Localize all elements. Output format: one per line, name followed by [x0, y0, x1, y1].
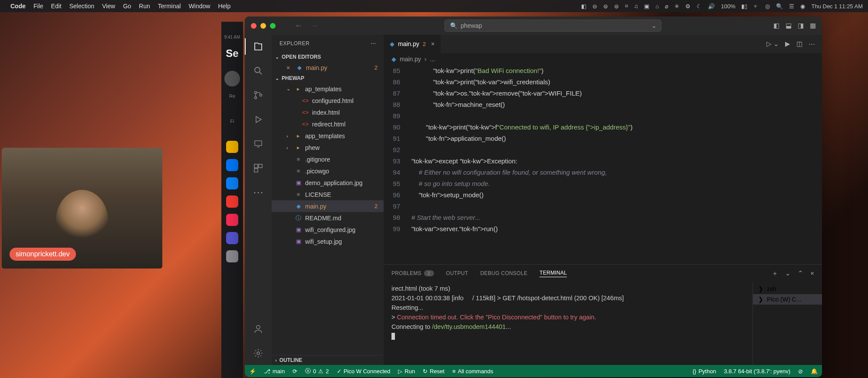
menu-window[interactable]: Window [189, 3, 210, 10]
clock[interactable]: Thu Dec 1 11:25 AM [811, 3, 863, 10]
git-branch[interactable]: ⎇main [264, 368, 285, 375]
app-icon[interactable] [226, 196, 238, 208]
app-icon[interactable] [226, 159, 238, 171]
menu-run[interactable]: Run [139, 3, 150, 10]
more-actions-icon[interactable]: ⋯ [809, 40, 815, 48]
sync-button[interactable]: ⟳ [293, 368, 297, 375]
tray-icon[interactable]: ✳ [674, 3, 679, 10]
tray-icon[interactable]: ⚙ [685, 3, 690, 10]
tray-icon[interactable]: ◧ [581, 3, 586, 10]
remote-indicator[interactable]: ⚡ [249, 368, 256, 375]
tray-icon[interactable]: ◎ [765, 3, 770, 10]
editor-tab[interactable]: ◆ main.py 2 × [384, 35, 441, 53]
file-item[interactable]: ▣wifi_setup.jpg [272, 235, 384, 247]
app-icon[interactable] [226, 177, 238, 189]
menu-selection[interactable]: Selection [69, 3, 95, 10]
tray-icon[interactable]: ⊖ [592, 3, 597, 10]
app-icon[interactable] [226, 232, 238, 244]
file-item[interactable]: ≡LICENSE [272, 189, 384, 200]
toggle-panel-left-icon[interactable]: ◧ [773, 22, 779, 30]
ellipsis-icon[interactable]: ⋯ [252, 186, 265, 199]
app-icon[interactable] [226, 141, 238, 153]
file-item[interactable]: ▣demo_application.jpg [272, 177, 384, 189]
maximize-window-button[interactable] [270, 23, 276, 29]
output-tab[interactable]: OUTPUT [446, 270, 468, 276]
more-actions-icon[interactable]: ⋯ [371, 40, 376, 46]
run-dropdown-icon[interactable]: ▷ ⌄ [766, 40, 779, 48]
menu-help[interactable]: Help [218, 3, 230, 10]
problems-status[interactable]: ⓧ0 ⚠2 [305, 367, 329, 375]
forward-icon[interactable]: → [310, 21, 318, 30]
maximize-panel-icon[interactable]: ⌃ [798, 269, 803, 278]
remote-explorer-icon[interactable] [252, 137, 265, 150]
folder-item[interactable]: ›▸app_templates [272, 130, 384, 142]
close-icon[interactable]: × [286, 64, 293, 71]
menu-edit[interactable]: Edit [51, 3, 62, 10]
app-icon[interactable] [226, 214, 238, 226]
run-button[interactable]: ▷Run [398, 368, 415, 375]
file-item[interactable]: ◆main.py2 [272, 200, 384, 212]
file-item[interactable]: ▣wifi_configured.jpg [272, 224, 384, 235]
app-icon[interactable] [226, 250, 238, 262]
settings-gear-icon[interactable] [252, 347, 265, 360]
close-panel-icon[interactable]: × [810, 269, 814, 278]
command-center[interactable]: 🔍 phewap ⌄ [444, 20, 661, 32]
run-debug-icon[interactable] [252, 113, 265, 126]
open-editors-section[interactable]: ⌄ OPEN EDITORS [272, 52, 384, 62]
battery-icon[interactable]: ▮▯ [741, 3, 747, 10]
file-item[interactable]: ≡.picowgo [272, 165, 384, 177]
toggle-panel-right-icon[interactable]: ◨ [798, 22, 804, 30]
menu-app[interactable]: Code [10, 3, 26, 10]
control-center-icon[interactable]: ☰ [789, 3, 794, 10]
close-tab-icon[interactable]: × [431, 40, 434, 47]
breadcrumb[interactable]: ◆ main.py › ... [384, 53, 822, 65]
tray-icon[interactable]: ⌂ [655, 3, 659, 10]
problems-tab[interactable]: PROBLEMS 2 [391, 270, 434, 276]
terminal-list-item[interactable]: ❯ zsh [753, 284, 822, 294]
toggle-panel-bottom-icon[interactable]: ⬓ [786, 22, 792, 30]
tray-icon[interactable]: ⊜ [603, 3, 608, 10]
all-commands-button[interactable]: ≡All commands [452, 368, 493, 375]
source-control-icon[interactable] [252, 89, 265, 102]
extensions-icon[interactable] [252, 162, 265, 175]
battery-percent[interactable]: 100% [721, 3, 735, 10]
menu-view[interactable]: View [102, 3, 115, 10]
terminal-list-item[interactable]: ❯ Pico (W) C... [753, 294, 822, 305]
back-icon[interactable]: ← [295, 21, 302, 30]
terminal-dropdown-icon[interactable]: ⌄ [785, 269, 791, 278]
account-icon[interactable] [252, 322, 265, 335]
folder-item[interactable]: ›▸phew [272, 142, 384, 153]
siri-icon[interactable]: ◉ [800, 3, 805, 10]
split-editor-icon[interactable]: ◫ [796, 40, 802, 48]
file-item[interactable]: <>configured.html [272, 95, 384, 106]
feedback-icon[interactable]: ⊘ [798, 368, 803, 375]
project-section[interactable]: ⌄ PHEWAP [272, 73, 384, 83]
file-item[interactable]: <>index.html [272, 106, 384, 118]
tray-icon[interactable]: ⌀ [665, 3, 668, 10]
menu-go[interactable]: Go [123, 3, 131, 10]
debug-console-tab[interactable]: DEBUG CONSOLE [480, 270, 528, 276]
search-icon[interactable]: 🔍 [776, 3, 783, 10]
folder-item[interactable]: ⌄▸ap_templates [272, 83, 384, 95]
notifications-icon[interactable]: 🔔 [811, 368, 818, 375]
file-item[interactable]: ≡.gitignore [272, 153, 384, 165]
wifi-icon[interactable]: ᯤ [753, 3, 759, 10]
search-icon[interactable] [252, 64, 265, 77]
terminal-output[interactable]: irect.html (took 7 ms) 2021-01-01 00:03:… [384, 282, 753, 365]
terminal-tab[interactable]: TERMINAL [539, 270, 567, 277]
language-mode[interactable]: {}Python [693, 368, 716, 375]
close-window-button[interactable] [251, 23, 256, 29]
tray-icon[interactable]: ⊜ [614, 3, 619, 10]
moon-icon[interactable]: ☾ [697, 3, 702, 10]
file-item[interactable]: <>redirect.html [272, 118, 384, 130]
pico-status[interactable]: ✓Pico W Connected [337, 368, 391, 375]
open-editor-item[interactable]: × ◆ main.py 2 [272, 62, 384, 73]
customize-layout-icon[interactable]: ▦ [810, 22, 816, 30]
tray-icon[interactable]: ⌗ [625, 3, 628, 10]
code-editor[interactable]: 858687888990919293949596979899 "tok-kw">… [384, 65, 822, 264]
minimize-window-button[interactable] [260, 23, 266, 29]
file-item[interactable]: ⓘREADME.md [272, 212, 384, 224]
menu-terminal[interactable]: Terminal [158, 3, 181, 10]
volume-icon[interactable]: 🔊 [708, 3, 715, 10]
run-icon[interactable]: ▶ [785, 40, 790, 48]
